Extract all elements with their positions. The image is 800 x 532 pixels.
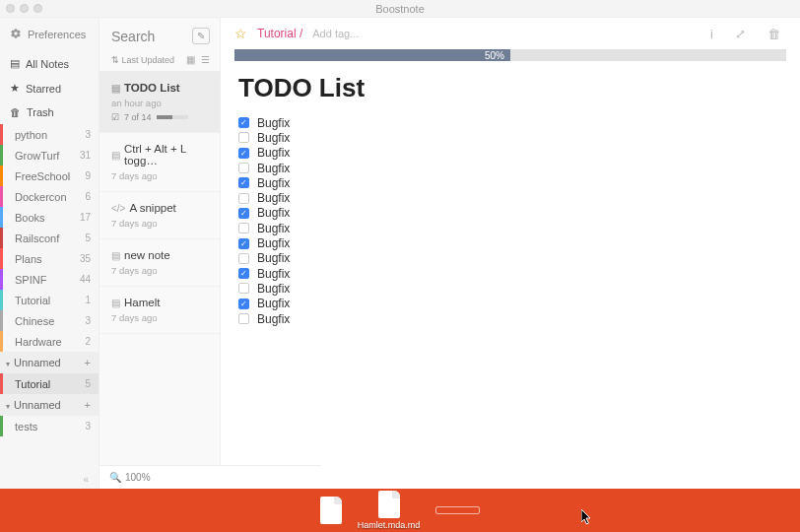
- stack-icon: ▤: [10, 57, 20, 70]
- checklist-icon: ☑: [111, 112, 119, 122]
- checkbox[interactable]: ✓: [238, 268, 249, 279]
- checklist-item[interactable]: ✓Bugfix: [238, 115, 782, 130]
- checklist-item[interactable]: Bugfix: [238, 251, 782, 266]
- checklist-label: Bugfix: [257, 206, 290, 220]
- add-tag-input[interactable]: Add tag...: [312, 28, 359, 39]
- note-list-item[interactable]: ▤Ctrl + Alt + L togg… 7 days ago: [100, 133, 220, 192]
- trash-icon: 🗑: [10, 106, 21, 118]
- markdown-icon: ▤: [111, 298, 120, 308]
- editor-toolbar: ☆ Tutorial / Add tag... i ⤢ 🗑: [221, 18, 800, 49]
- editor-body[interactable]: TODO List ✓BugfixBugfix✓BugfixBugfix✓Bug…: [221, 73, 800, 326]
- note-title: TODO List: [238, 73, 782, 103]
- markdown-icon: ▤: [111, 250, 120, 261]
- checklist-label: Bugfix: [257, 176, 290, 190]
- folder-item[interactable]: Plans35: [0, 248, 99, 269]
- folder-item[interactable]: tests3: [0, 416, 99, 436]
- all-notes-nav[interactable]: ▤ All Notes: [0, 51, 99, 76]
- checklist-item[interactable]: Bugfix: [238, 190, 782, 205]
- checkbox[interactable]: [238, 253, 249, 264]
- checkbox[interactable]: ✓: [238, 117, 249, 128]
- dock: Hamlet.mda.md: [0, 489, 800, 532]
- folder-item[interactable]: SPINF44: [0, 269, 99, 290]
- checkbox[interactable]: [238, 132, 249, 143]
- folder-item[interactable]: python3: [0, 124, 99, 145]
- checkbox[interactable]: ✓: [238, 238, 249, 249]
- folder-item[interactable]: FreeSchool9: [0, 166, 99, 186]
- checklist-label: Bugfix: [257, 282, 290, 296]
- folder-item[interactable]: Books17: [0, 207, 99, 228]
- checklist-item[interactable]: ✓Bugfix: [238, 297, 782, 311]
- progress-percent: 50%: [234, 50, 510, 61]
- folder-item[interactable]: Hardware2: [0, 331, 99, 352]
- note-list-item[interactable]: </>A snippet 7 days ago: [100, 192, 220, 239]
- checklist-item[interactable]: ✓Bugfix: [238, 266, 782, 281]
- checklist-item[interactable]: ✓Bugfix: [238, 206, 782, 221]
- checklist-item[interactable]: Bugfix: [238, 221, 782, 235]
- dock-file[interactable]: Hamlet.mda.md: [358, 491, 421, 530]
- starred-nav[interactable]: ★ Starred: [0, 76, 99, 100]
- checkbox[interactable]: [238, 313, 249, 324]
- gear-icon: [10, 28, 22, 41]
- delete-button[interactable]: 🗑: [762, 27, 786, 41]
- add-folder-icon[interactable]: +: [85, 357, 91, 368]
- search-input[interactable]: Search: [111, 29, 155, 44]
- breadcrumb[interactable]: Tutorial /: [257, 27, 302, 40]
- zoom-icon: 🔍: [109, 472, 121, 483]
- fullscreen-button[interactable]: ⤢: [729, 27, 752, 41]
- add-folder-icon[interactable]: +: [85, 399, 91, 411]
- folder-item[interactable]: Dockercon6: [0, 186, 99, 207]
- checklist: ✓BugfixBugfix✓BugfixBugfix✓BugfixBugfix✓…: [238, 115, 782, 326]
- note-list-item[interactable]: ▤TODO List an hour ago ☑ 7 of 14: [100, 72, 220, 133]
- grid-view-icon[interactable]: ▦: [186, 54, 195, 65]
- storage-header[interactable]: ▾Unnamed +: [0, 352, 99, 373]
- folder-item[interactable]: Tutorial5: [0, 373, 99, 394]
- sort-button[interactable]: ⇅ Last Updated: [111, 55, 174, 65]
- checklist-item[interactable]: ✓Bugfix: [238, 235, 782, 250]
- checklist-item[interactable]: ✓Bugfix: [238, 146, 782, 161]
- note-list-item[interactable]: ▤new note 7 days ago: [100, 239, 220, 287]
- checklist-item[interactable]: Bugfix: [238, 130, 782, 145]
- checklist-item[interactable]: Bugfix: [238, 281, 782, 296]
- dock-slot[interactable]: [435, 506, 480, 514]
- checkbox[interactable]: ✓: [238, 208, 249, 219]
- collapse-sidebar-button[interactable]: «: [0, 470, 99, 489]
- storage-header[interactable]: ▾Unnamed +: [0, 394, 99, 416]
- checkbox[interactable]: ✓: [238, 177, 249, 188]
- checkbox[interactable]: ✓: [238, 148, 249, 159]
- checkbox[interactable]: [238, 223, 249, 233]
- checkbox[interactable]: [238, 283, 249, 294]
- sidebar: Preferences ▤ All Notes ★ Starred 🗑 Tras…: [0, 18, 100, 489]
- checklist-label: Bugfix: [257, 131, 290, 145]
- task-progress-bar: 50%: [234, 49, 786, 61]
- note-list-item[interactable]: ▤Hamelt 7 days ago: [100, 287, 220, 334]
- note-progress: ☑ 7 of 14: [111, 112, 210, 122]
- folder-item[interactable]: Chinese3: [0, 310, 99, 331]
- star-toggle[interactable]: ☆: [234, 26, 247, 41]
- checkbox[interactable]: ✓: [238, 299, 249, 309]
- checklist-label: Bugfix: [257, 312, 290, 326]
- zoom-indicator[interactable]: 🔍 100%: [100, 465, 321, 489]
- folder-item[interactable]: Railsconf5: [0, 228, 99, 248]
- preferences-label: Preferences: [28, 29, 86, 40]
- trash-nav[interactable]: 🗑 Trash: [0, 100, 99, 124]
- chevron-down-icon: ▾: [6, 402, 10, 411]
- star-icon: ★: [10, 82, 20, 95]
- new-note-icon[interactable]: ✎: [192, 28, 210, 44]
- checklist-item[interactable]: Bugfix: [238, 161, 782, 175]
- info-button[interactable]: i: [704, 27, 719, 41]
- list-view-icon[interactable]: ☰: [201, 54, 210, 65]
- checklist-item[interactable]: Bugfix: [238, 311, 782, 326]
- preferences-button[interactable]: Preferences: [0, 18, 99, 51]
- dock-file[interactable]: [320, 497, 342, 524]
- chevron-down-icon: ▾: [6, 360, 10, 368]
- checkbox[interactable]: [238, 163, 249, 173]
- checklist-label: Bugfix: [257, 191, 290, 205]
- file-icon: [378, 491, 400, 518]
- folder-item[interactable]: GrowTurf31: [0, 145, 99, 166]
- checkbox[interactable]: [238, 193, 249, 204]
- checklist-item[interactable]: ✓Bugfix: [238, 175, 782, 190]
- checklist-label: Bugfix: [257, 162, 290, 175]
- folder-item[interactable]: Tutorial1: [0, 290, 99, 310]
- markdown-icon: ▤: [111, 83, 120, 94]
- checklist-label: Bugfix: [257, 236, 290, 250]
